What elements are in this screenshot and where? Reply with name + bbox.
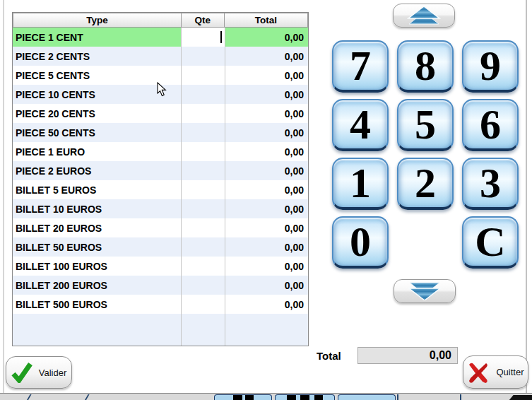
column-header-total[interactable]: Total bbox=[224, 13, 308, 28]
band-bar bbox=[245, 395, 254, 400]
band-mark bbox=[26, 394, 31, 400]
valider-label: Valider bbox=[39, 367, 67, 378]
cash-count-window: Type Qte Total PIECE 1 CENT0,00PIECE 2 C… bbox=[0, 0, 532, 400]
red-x-icon bbox=[467, 360, 490, 384]
keypad-key-9[interactable]: 9 bbox=[462, 40, 519, 93]
table-row[interactable]: BILLET 50 EUROS0,00 bbox=[13, 237, 308, 257]
band-bar bbox=[300, 395, 309, 400]
cell-qte[interactable] bbox=[182, 180, 225, 199]
cell-total[interactable]: 0,00 bbox=[225, 142, 308, 161]
total-label: Total bbox=[317, 350, 341, 362]
window-frame-right bbox=[526, 0, 527, 393]
background-window-strip bbox=[0, 393, 532, 400]
column-header-qte[interactable]: Qte bbox=[181, 13, 225, 28]
cell-qte[interactable] bbox=[182, 66, 225, 85]
up-arrow-icon bbox=[407, 6, 441, 25]
cell-type[interactable]: BILLET 100 EUROS bbox=[13, 257, 182, 276]
cell-type[interactable]: BILLET 50 EUROS bbox=[13, 237, 182, 257]
keypad-key-4[interactable]: 4 bbox=[332, 99, 389, 151]
cell-total[interactable]: 0,00 bbox=[225, 85, 308, 104]
table-row[interactable]: BILLET 500 EUROS0,00 bbox=[13, 295, 308, 314]
cell-type[interactable]: BILLET 20 EUROS bbox=[13, 218, 182, 237]
table-row[interactable]: PIECE 2 EUROS0,00 bbox=[13, 161, 308, 180]
denominations-table: Type Qte Total PIECE 1 CENT0,00PIECE 2 C… bbox=[12, 12, 309, 346]
cell-type[interactable] bbox=[13, 314, 182, 346]
keypad-key-clear[interactable]: C bbox=[462, 216, 519, 269]
keypad-key-5[interactable]: 5 bbox=[397, 99, 454, 151]
table-header: Type Qte Total bbox=[13, 13, 308, 28]
cell-total[interactable]: 0,00 bbox=[225, 237, 308, 257]
cell-qte[interactable] bbox=[182, 237, 225, 257]
table-row[interactable]: PIECE 1 CENT0,00 bbox=[13, 28, 308, 47]
cell-qte[interactable] bbox=[182, 47, 225, 66]
keypad-key-7[interactable]: 7 bbox=[332, 40, 389, 93]
total-field: 0,00 bbox=[357, 347, 458, 364]
cell-type[interactable]: BILLET 500 EUROS bbox=[13, 295, 182, 314]
cell-qte[interactable] bbox=[182, 28, 225, 47]
table-row[interactable]: BILLET 10 EUROS0,00 bbox=[13, 199, 308, 218]
band-separator bbox=[397, 394, 398, 400]
cell-qte[interactable] bbox=[182, 142, 225, 161]
band-segment bbox=[214, 394, 272, 400]
keypad-key-8[interactable]: 8 bbox=[397, 40, 454, 93]
cell-total[interactable]: 0,00 bbox=[225, 161, 308, 180]
valider-button[interactable]: Valider bbox=[6, 356, 72, 389]
band-bar bbox=[314, 395, 323, 400]
cell-total[interactable] bbox=[225, 314, 308, 346]
column-header-type[interactable]: Type bbox=[13, 13, 182, 28]
cell-type[interactable]: PIECE 50 CENTS bbox=[13, 123, 182, 142]
cell-qte[interactable] bbox=[182, 257, 225, 276]
quitter-button[interactable]: Quitter bbox=[463, 355, 528, 389]
keypad-key-1[interactable]: 1 bbox=[332, 158, 389, 210]
cell-qte[interactable] bbox=[182, 218, 225, 237]
cell-total[interactable]: 0,00 bbox=[225, 28, 308, 47]
cell-total[interactable]: 0,00 bbox=[225, 199, 308, 218]
cell-qte[interactable] bbox=[182, 85, 225, 104]
cell-total[interactable]: 0,00 bbox=[225, 180, 308, 199]
green-check-icon bbox=[11, 362, 32, 383]
table-row[interactable]: PIECE 20 CENTS0,00 bbox=[13, 104, 308, 123]
text-caret bbox=[220, 31, 222, 43]
cell-total[interactable]: 0,00 bbox=[225, 104, 308, 123]
table-row[interactable]: PIECE 2 CENTS0,00 bbox=[13, 47, 308, 66]
table-row[interactable]: BILLET 20 EUROS0,00 bbox=[13, 218, 308, 237]
cell-total[interactable]: 0,00 bbox=[225, 66, 308, 85]
cell-type[interactable]: PIECE 2 CENTS bbox=[13, 47, 182, 66]
cell-type[interactable]: BILLET 200 EUROS bbox=[13, 276, 182, 295]
cell-qte[interactable] bbox=[182, 123, 225, 142]
keypad-key-3[interactable]: 3 bbox=[462, 158, 519, 210]
band-mark bbox=[84, 394, 89, 400]
cell-qte[interactable] bbox=[182, 295, 225, 314]
table-row[interactable]: PIECE 50 CENTS0,00 bbox=[13, 123, 308, 142]
mouse-cursor bbox=[157, 82, 167, 97]
cell-total[interactable]: 0,00 bbox=[225, 295, 308, 314]
keypad-key-0[interactable]: 0 bbox=[332, 216, 389, 269]
cell-type[interactable]: BILLET 5 EUROS bbox=[13, 180, 182, 199]
keypad-key-6[interactable]: 6 bbox=[462, 99, 519, 151]
cell-qte[interactable] bbox=[182, 199, 225, 218]
cell-qte[interactable] bbox=[182, 161, 225, 180]
cell-type[interactable]: BILLET 10 EUROS bbox=[13, 199, 182, 218]
cell-total[interactable]: 0,00 bbox=[225, 276, 308, 295]
cell-qte[interactable] bbox=[182, 104, 225, 123]
cell-total[interactable]: 0,00 bbox=[225, 123, 308, 142]
table-row[interactable]: BILLET 200 EUROS0,00 bbox=[13, 276, 308, 295]
cell-type[interactable]: PIECE 20 CENTS bbox=[13, 104, 182, 123]
cell-type[interactable]: PIECE 1 EURO bbox=[13, 142, 182, 161]
cell-type[interactable]: PIECE 1 CENT bbox=[13, 28, 182, 47]
keypad-key-2[interactable]: 2 bbox=[397, 158, 454, 210]
scroll-down-button[interactable] bbox=[394, 279, 456, 303]
cell-total[interactable]: 0,00 bbox=[225, 218, 308, 237]
cell-qte[interactable] bbox=[182, 314, 225, 346]
table-row[interactable]: BILLET 100 EUROS0,00 bbox=[13, 257, 308, 276]
cell-total[interactable]: 0,00 bbox=[225, 47, 308, 66]
cell-total[interactable]: 0,00 bbox=[225, 257, 308, 276]
cell-qte[interactable] bbox=[182, 276, 225, 295]
scroll-up-button[interactable] bbox=[393, 4, 455, 28]
table-row[interactable]: PIECE 1 EURO0,00 bbox=[13, 142, 308, 161]
band-bar bbox=[287, 395, 296, 400]
band-bar bbox=[233, 395, 242, 400]
quitter-label: Quitter bbox=[496, 367, 524, 377]
table-row[interactable]: BILLET 5 EUROS0,00 bbox=[13, 180, 308, 199]
cell-type[interactable]: PIECE 2 EUROS bbox=[13, 161, 182, 180]
